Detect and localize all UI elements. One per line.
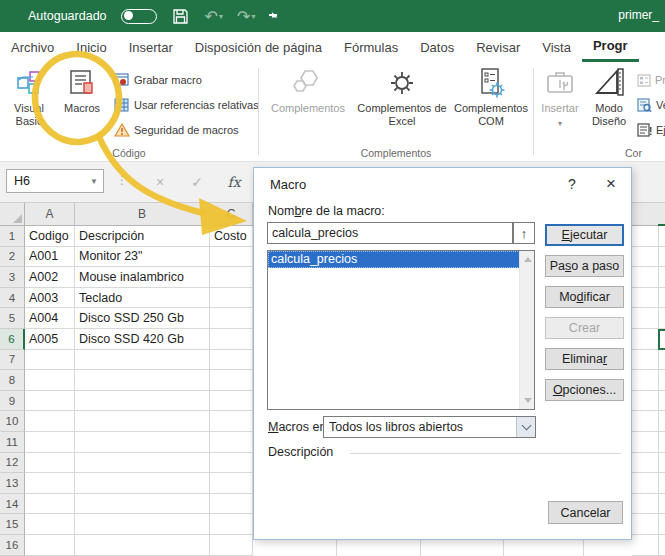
ejecutar-cuadro-button[interactable]: ! Eje xyxy=(637,120,665,140)
cell[interactable] xyxy=(210,267,253,288)
cell[interactable] xyxy=(75,432,210,453)
row-header-13[interactable]: 13 xyxy=(0,473,25,494)
row-header-11[interactable]: 11 xyxy=(0,432,25,453)
cell[interactable] xyxy=(75,494,210,515)
complementos-excel-button[interactable]: Complementos de Excel xyxy=(356,66,448,128)
list-scrollbar[interactable] xyxy=(519,251,534,409)
column-header-partial[interactable] xyxy=(632,203,665,226)
save-icon[interactable] xyxy=(171,6,191,26)
cell[interactable] xyxy=(210,391,253,412)
row-header-16[interactable]: 16 xyxy=(0,535,25,556)
name-box[interactable]: H6 ▼ xyxy=(6,169,104,193)
column-header-c[interactable]: C xyxy=(210,203,253,226)
ejecutar-button[interactable]: Ejecutar xyxy=(545,224,624,246)
row-header-8[interactable]: 8 xyxy=(0,370,25,391)
macro-name-input[interactable] xyxy=(267,222,513,244)
row-header-15[interactable]: 15 xyxy=(0,514,25,535)
cell[interactable]: Codigo xyxy=(25,226,75,247)
cell[interactable] xyxy=(25,473,75,494)
referencias-relativas-button[interactable]: Usar referencias relativas xyxy=(114,95,259,115)
eliminar-button[interactable]: Eliminar xyxy=(545,348,624,370)
cell[interactable] xyxy=(75,473,210,494)
cell[interactable]: A005 xyxy=(25,329,75,350)
cell[interactable] xyxy=(210,432,253,453)
crear-button[interactable]: Crear xyxy=(545,317,624,339)
modo-diseno-button[interactable]: Modo Diseño xyxy=(585,66,633,128)
cell[interactable] xyxy=(210,247,253,268)
macro-list[interactable]: calcula_precios xyxy=(267,250,535,410)
cell[interactable] xyxy=(210,535,253,556)
cell[interactable] xyxy=(210,411,253,432)
ribbon-tab-revisar[interactable]: Revisar xyxy=(465,32,531,62)
cell[interactable] xyxy=(210,329,253,350)
row-header-4[interactable]: 4 xyxy=(0,288,25,309)
insertar-control-button[interactable]: Insertar ▾ xyxy=(537,66,583,130)
enter-entry-button[interactable]: ✓ xyxy=(185,171,209,193)
macros-button[interactable]: Macros xyxy=(58,66,106,115)
column-header-a[interactable]: A xyxy=(25,203,75,226)
cell[interactable]: Mouse inalambrico xyxy=(75,267,210,288)
cell[interactable]: A004 xyxy=(25,308,75,329)
complementos-button[interactable]: Complementos xyxy=(264,66,352,115)
row-header-12[interactable]: 12 xyxy=(0,453,25,474)
cell[interactable] xyxy=(75,370,210,391)
modificar-button[interactable]: Modificar xyxy=(545,286,624,308)
undo-button[interactable]: ↶▾ xyxy=(205,7,223,26)
cell[interactable] xyxy=(75,514,210,535)
row-header-1[interactable]: 1 xyxy=(0,226,25,247)
cell[interactable] xyxy=(210,288,253,309)
macros-in-combo[interactable]: Todos los libros abiertos xyxy=(323,416,536,438)
cell[interactable]: A001 xyxy=(25,247,75,268)
cell[interactable]: Teclado xyxy=(75,288,210,309)
opciones-button[interactable]: Opciones... xyxy=(545,379,624,401)
ver-codigo-button[interactable]: Ve xyxy=(637,95,665,115)
ribbon-tab-insertar[interactable]: Insertar xyxy=(118,32,184,62)
cell[interactable] xyxy=(25,391,75,412)
combo-dropdown-button[interactable] xyxy=(516,417,535,437)
pasoapaso-button[interactable]: Paso a paso xyxy=(545,255,624,277)
row-header-6[interactable]: 6 xyxy=(0,329,25,350)
cell[interactable]: A002 xyxy=(25,267,75,288)
cell[interactable] xyxy=(75,411,210,432)
cell[interactable] xyxy=(25,453,75,474)
ribbon-tab-datos[interactable]: Datos xyxy=(409,32,465,62)
row-header-7[interactable]: 7 xyxy=(0,350,25,371)
name-box-dropdown-icon[interactable]: ▼ xyxy=(85,177,103,186)
complementos-com-button[interactable]: Complementos COM xyxy=(452,66,530,128)
row-header-14[interactable]: 14 xyxy=(0,494,25,515)
cell[interactable] xyxy=(75,453,210,474)
ribbon-tab-f-rmulas[interactable]: Fórmulas xyxy=(333,32,409,62)
cancel-button[interactable]: Cancelar xyxy=(548,501,623,524)
redo-button[interactable]: ↷▾ xyxy=(237,7,255,26)
ribbon-tab-progr[interactable]: Progr xyxy=(582,32,639,62)
cell[interactable] xyxy=(25,432,75,453)
propiedades-button[interactable]: Pr xyxy=(637,70,665,90)
row-header-3[interactable]: 3 xyxy=(0,267,25,288)
dialog-close-button[interactable]: × xyxy=(597,172,625,196)
grabar-macro-button[interactable]: Grabar macro xyxy=(114,70,202,90)
cell[interactable] xyxy=(25,370,75,391)
column-header-b[interactable]: B xyxy=(75,203,210,226)
scroll-down-icon[interactable] xyxy=(520,393,535,408)
macro-list-item[interactable]: calcula_precios xyxy=(268,251,534,268)
cell[interactable] xyxy=(25,494,75,515)
cancel-entry-button[interactable]: × xyxy=(148,171,172,193)
cell[interactable] xyxy=(210,514,253,535)
ribbon-tab-disposici-n-de-p-gina[interactable]: Disposición de página xyxy=(184,32,333,62)
customize-qat-button[interactable] xyxy=(269,14,277,19)
insert-function-button[interactable]: fx xyxy=(222,171,246,193)
cell[interactable]: A003 xyxy=(25,288,75,309)
cell[interactable] xyxy=(210,350,253,371)
cell[interactable] xyxy=(25,514,75,535)
ribbon-tab-archivo[interactable]: Archivo xyxy=(0,32,65,62)
cell[interactable] xyxy=(75,350,210,371)
cell[interactable]: Descripción xyxy=(75,226,210,247)
seguridad-macros-button[interactable]: Seguridad de macros xyxy=(114,120,239,140)
autosave-toggle[interactable] xyxy=(121,9,157,24)
cell[interactable] xyxy=(75,391,210,412)
cell[interactable] xyxy=(210,370,253,391)
cell[interactable]: Costo xyxy=(210,226,253,247)
ribbon-tab-vista[interactable]: Vista xyxy=(531,32,582,62)
cell[interactable] xyxy=(210,308,253,329)
select-all-corner[interactable] xyxy=(0,203,25,226)
